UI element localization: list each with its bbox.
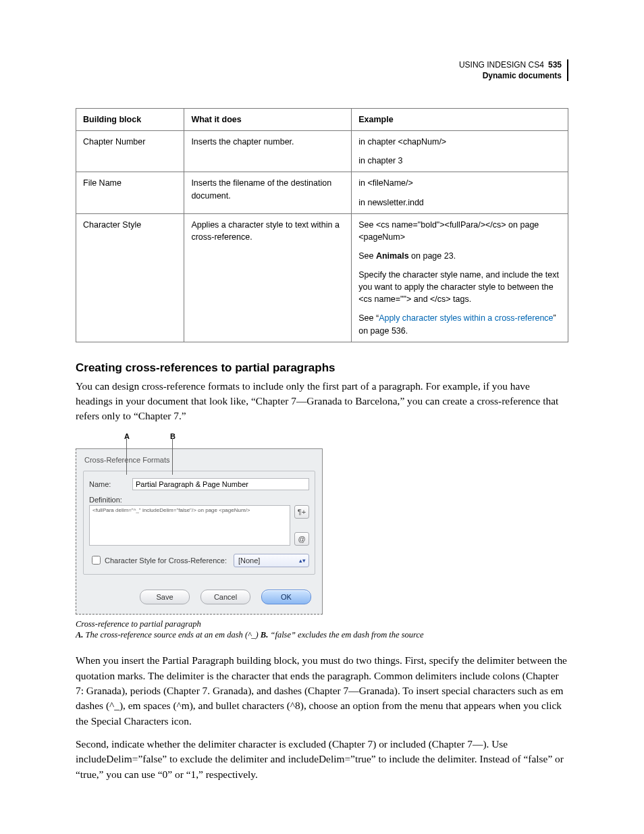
table-row: Chapter Number Inserts the chapter numbe… (76, 131, 568, 172)
name-field[interactable] (132, 478, 309, 490)
side-buttons: ¶+ @ (294, 505, 309, 546)
figure-dialog: A B Cross-Reference Formats Name: Defini… (76, 432, 568, 642)
cell-building-block: Chapter Number (76, 131, 184, 172)
bold-text: Animals (376, 251, 409, 261)
dialog-fieldset: Name: Definition: <fullPara delim="^_" i… (83, 471, 315, 575)
character-style-label: Character Style for Cross-Reference: (105, 556, 227, 565)
col-header-example: Example (352, 109, 568, 131)
cell-example: in chapter <chapNum/> in chapter 3 (352, 131, 568, 172)
definition-textarea[interactable]: <fullPara delim="^_" includeDelim="false… (89, 505, 290, 546)
running-head: USING INDESIGN CS4535 Dynamic documents (459, 59, 568, 81)
select-value: [None] (238, 556, 260, 565)
paragraph-text: When you insert the Partial Paragraph bu… (76, 653, 568, 729)
special-characters-menu-button[interactable]: @ (294, 532, 309, 546)
text: on page 23. (409, 251, 456, 261)
table-header-row: Building block What it does Example (76, 109, 568, 131)
caption-label-B: B. (261, 630, 268, 640)
cell-desc: Inserts the filename of the destination … (184, 172, 352, 213)
running-head-page-number: 535 (548, 60, 562, 70)
building-blocks-table: Building block What it does Example Chap… (76, 108, 568, 342)
cell-example: in <fileName/> in newsletter.indd (352, 172, 568, 213)
paragraph-text: Second, indicate whether the delimiter c… (76, 737, 568, 782)
dialog-cross-reference-formats: Cross-Reference Formats Name: Definition… (76, 448, 323, 615)
cell-example: See <cs name="bold"><fullPara/></cs> on … (352, 213, 568, 342)
name-label: Name: (89, 480, 130, 488)
example-line: See “Apply character styles within a cro… (358, 312, 561, 336)
cross-reference-link[interactable]: Apply character styles within a cross-re… (379, 313, 553, 323)
example-line: in newsletter.indd (358, 197, 561, 209)
definition-label: Definition: (89, 496, 309, 504)
section-heading: Creating cross-references to partial par… (76, 361, 568, 375)
chevron-updown-icon: ▴▾ (299, 557, 306, 564)
character-style-select[interactable]: [None] ▴▾ (234, 554, 309, 567)
example-line: Specify the character style name, and in… (358, 269, 561, 305)
example-line: in chapter 3 (358, 155, 561, 167)
caption-label-A: A. (76, 630, 83, 640)
cell-building-block: File Name (76, 172, 184, 213)
example-line: in <fileName/> (358, 177, 561, 189)
example-line: See <cs name="bold"><fullPara/></cs> on … (358, 219, 561, 243)
paragraph-text: You can design cross-reference formats t… (76, 379, 568, 424)
building-blocks-menu-button[interactable]: ¶+ (294, 505, 309, 519)
col-header-what-it-does: What it does (184, 109, 352, 131)
caption-title: Cross-reference to partial paragraph (76, 619, 568, 630)
character-style-checkbox[interactable] (92, 556, 101, 565)
callout-leader-line (126, 438, 127, 475)
cell-desc: Inserts the chapter number. (184, 131, 352, 172)
col-header-building-block: Building block (76, 109, 184, 131)
example-line: See Animals on page 23. (358, 250, 561, 262)
ok-button[interactable]: OK (261, 590, 311, 604)
cell-building-block: Character Style (76, 213, 184, 342)
caption-text-B: “false” excludes the em dash from the so… (268, 630, 423, 640)
text: See “ (358, 313, 379, 323)
cancel-button[interactable]: Cancel (200, 590, 250, 604)
table-row: Character Style Applies a character styl… (76, 213, 568, 342)
running-head-section: Dynamic documents (459, 70, 568, 81)
running-head-title: USING INDESIGN CS4 (459, 60, 544, 70)
example-line: in chapter <chapNum/> (358, 136, 561, 148)
figure-caption: Cross-reference to partial paragraph A. … (76, 619, 568, 642)
save-button[interactable]: Save (140, 590, 190, 604)
callout-leader-line (172, 438, 173, 475)
caption-text-A: The cross-reference source ends at an em… (83, 630, 260, 640)
text: See (358, 251, 376, 261)
cell-desc: Applies a character style to text within… (184, 213, 352, 342)
table-row: File Name Inserts the filename of the de… (76, 172, 568, 213)
dialog-title: Cross-Reference Formats (80, 453, 318, 471)
